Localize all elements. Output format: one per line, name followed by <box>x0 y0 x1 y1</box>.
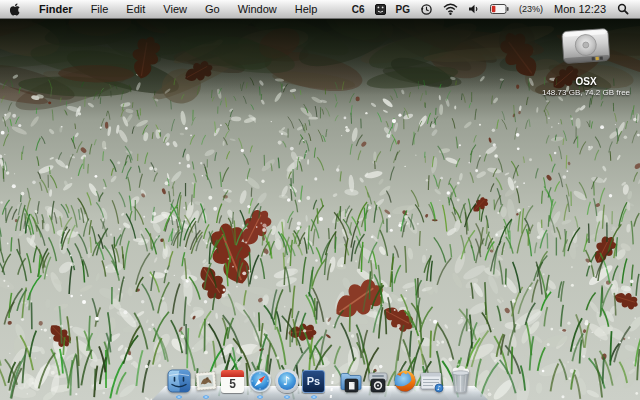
running-indicator <box>310 395 317 399</box>
menu-edit[interactable]: Edit <box>117 0 154 18</box>
running-indicator <box>175 395 182 399</box>
music-note-glyph: ♪ <box>278 372 296 390</box>
dock-item-ical[interactable]: 5 <box>219 353 246 400</box>
apple-icon <box>10 3 21 16</box>
time-machine-icon[interactable] <box>420 0 433 18</box>
battery-icon[interactable] <box>490 0 509 18</box>
dock-separator <box>327 360 337 400</box>
itunes-icon: ♪ <box>275 369 299 393</box>
menu-file[interactable]: File <box>82 0 118 18</box>
running-indicator <box>202 395 209 399</box>
hard-drive-icon <box>560 26 612 70</box>
minimized-window-icon: ♪ <box>419 371 444 393</box>
menu-bar: Finder File Edit View Go Window Help C6 … <box>0 0 640 19</box>
ical-icon: 5 <box>221 370 244 393</box>
apple-menu[interactable] <box>0 0 30 18</box>
dock-item-itunes[interactable]: ♪ <box>273 353 300 400</box>
menu-bar-left: Finder File Edit View Go Window Help <box>0 0 326 18</box>
menu-finder[interactable]: Finder <box>30 0 82 18</box>
menu-go[interactable]: Go <box>196 0 229 18</box>
dock-item-finder[interactable] <box>165 353 192 400</box>
battery-percent: (23%) <box>519 0 543 18</box>
firefox-icon <box>393 369 417 393</box>
volume-info: 148.73 GB, 74.2 GB free <box>542 88 630 97</box>
ical-red-header <box>221 370 244 377</box>
input-menu-icon[interactable] <box>375 0 386 18</box>
photoshop-icon: Ps <box>302 370 325 393</box>
documents-stack-icon <box>338 369 364 393</box>
running-indicator <box>256 395 263 399</box>
mail-stamp-icon <box>194 369 218 393</box>
spotlight-icon[interactable] <box>617 0 629 18</box>
menu-clock[interactable]: Mon 12:23 <box>554 0 606 18</box>
dock-item-safari[interactable] <box>246 353 273 400</box>
finder-icon <box>167 369 191 393</box>
dock-item-trash[interactable] <box>445 353 475 400</box>
dock-icons: 5 ♪ <box>165 354 475 400</box>
dock-item-documents-stack[interactable] <box>337 353 364 400</box>
volume-name: OSX <box>575 76 596 87</box>
dock-item-firefox[interactable] <box>391 353 418 400</box>
dock-item-mail[interactable] <box>192 353 219 400</box>
menu-window[interactable]: Window <box>229 0 286 18</box>
svg-text:♪: ♪ <box>437 384 441 391</box>
downloads-stack-icon <box>365 369 391 393</box>
menu-help[interactable]: Help <box>286 0 327 18</box>
menu-bar-status: C6 PG <box>347 0 640 18</box>
trash-full-icon <box>447 365 474 393</box>
desktop-volume-osx[interactable]: OSX 148.73 GB, 74.2 GB free <box>540 26 632 97</box>
status-text-right[interactable]: PG <box>396 0 410 18</box>
running-indicator <box>283 395 290 399</box>
dock: 5 ♪ <box>0 354 640 400</box>
dock-item-photoshop[interactable]: Ps <box>300 353 327 400</box>
wifi-icon[interactable] <box>443 0 458 18</box>
menu-view[interactable]: View <box>154 0 196 18</box>
safari-icon <box>248 369 272 393</box>
dock-item-downloads-stack[interactable] <box>364 353 391 400</box>
volume-icon[interactable] <box>468 0 480 18</box>
ical-date: 5 <box>221 377 244 392</box>
dock-item-minimized-window[interactable]: ♪ <box>418 353 445 400</box>
status-text-left[interactable]: C6 <box>352 0 365 18</box>
